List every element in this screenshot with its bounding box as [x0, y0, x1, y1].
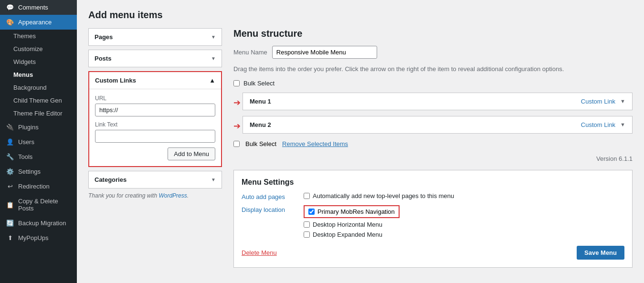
right-panel: Menu structure Menu Name Drag the items …: [233, 28, 633, 268]
menu-item-2-chevron-icon[interactable]: ▼: [620, 122, 625, 127]
categories-label: Categories: [95, 176, 127, 183]
sidebar-item-plugins[interactable]: 🔌 Plugins: [0, 120, 77, 135]
menu-item-2-arrow: ➔: [233, 121, 241, 131]
menu-item-1[interactable]: Menu 1 Custom Link ▼: [243, 93, 633, 110]
menu-item-2[interactable]: Menu 2 Custom Link ▼: [243, 116, 633, 134]
plugins-icon: 🔌: [6, 124, 14, 131]
sidebar-item-backup-migration[interactable]: 🔄 Backup Migration: [0, 216, 77, 231]
display-location-options: Primary MobRes Navigation Desktop Horizo…: [304, 205, 400, 238]
primary-nav-label: Primary MobRes Navigation: [317, 208, 395, 215]
categories-chevron-icon: ▼: [211, 177, 216, 182]
sidebar-item-redirection[interactable]: ↩ Redirection: [0, 179, 77, 194]
menu-name-label: Menu Name: [233, 49, 267, 56]
redirection-icon: ↩: [6, 183, 14, 190]
version-text: Version 6.1.1: [233, 155, 633, 162]
content-wrapper: Pages ▼ Posts ▼ Custom Links ▲: [88, 28, 633, 268]
menu-settings-title: Menu Settings: [242, 178, 624, 187]
link-text-label: Link Text: [95, 121, 215, 128]
categories-accordion-header[interactable]: Categories ▼: [89, 171, 222, 188]
appearance-submenu: Themes Customize Widgets Menus Backgroun…: [0, 30, 77, 120]
desktop-expanded-label: Desktop Expanded Menu: [313, 231, 382, 238]
auto-add-pages-row: Auto add pages Automatically add new top…: [242, 192, 624, 200]
bulk-actions-bottom: Bulk Select Remove Selected Items: [233, 140, 633, 147]
menu-item-1-arrow: ➔: [233, 97, 241, 108]
pages-chevron-icon: ▼: [211, 34, 216, 40]
auto-add-pages-options: Automatically add new top-level pages to…: [304, 192, 454, 199]
sidebar-item-mypopups[interactable]: ⬆ MyPopUps: [0, 231, 77, 245]
thank-you-text: Thank you for creating with WordPress.: [88, 192, 222, 199]
sidebar-item-copy-delete-posts[interactable]: 📋 Copy & Delete Posts: [0, 194, 77, 216]
desktop-horizontal-row: Desktop Horizontal Menu: [304, 221, 400, 228]
menu-item-2-wrapper: ➔ Menu 2 Custom Link ▼: [233, 116, 633, 136]
sidebar-item-appearance[interactable]: 🎨 Appearance: [0, 15, 77, 30]
menu-item-1-wrapper: ➔ Menu 1 Custom Link ▼: [233, 93, 633, 113]
main-content: Add menu items Pages ▼ Posts ▼ C: [77, 0, 644, 283]
settings-icon: ⚙️: [6, 168, 14, 175]
sidebar-item-users[interactable]: 👤 Users: [0, 135, 77, 149]
bulk-select-top-row: Bulk Select: [233, 80, 633, 87]
pages-accordion: Pages ▼: [88, 28, 222, 46]
sidebar-item-settings[interactable]: ⚙️ Settings: [0, 164, 77, 179]
menu-item-1-chevron-icon[interactable]: ▼: [620, 98, 625, 104]
remove-selected-button[interactable]: Remove Selected Items: [282, 140, 348, 147]
url-input[interactable]: [95, 104, 215, 116]
popups-icon: ⬆: [6, 234, 14, 241]
menu-item-1-right: Custom Link ▼: [581, 98, 625, 105]
delete-menu-button[interactable]: Delete Menu: [242, 249, 277, 256]
add-to-menu-button[interactable]: Add to Menu: [168, 147, 215, 160]
posts-accordion-header[interactable]: Posts ▼: [89, 50, 222, 67]
appearance-icon: 🎨: [6, 19, 14, 26]
desktop-horizontal-checkbox[interactable]: [304, 221, 310, 228]
bulk-select-bottom-checkbox[interactable]: [233, 141, 240, 147]
menu-settings-panel: Menu Settings Auto add pages Automatical…: [233, 170, 633, 268]
auto-add-pages-checkbox[interactable]: [304, 193, 310, 199]
custom-links-body: URL Link Text Add to Menu: [89, 89, 221, 166]
sidebar: 💬 Comments 🎨 Appearance Themes Customize…: [0, 0, 77, 283]
display-location-row: Display location Primary MobRes Navigati…: [242, 205, 624, 238]
bulk-select-top-checkbox[interactable]: [233, 80, 240, 86]
menu-item-1-type: Custom Link: [581, 98, 615, 105]
url-label: URL: [95, 95, 215, 102]
categories-accordion: Categories ▼: [88, 171, 222, 189]
bulk-select-top-label: Bulk Select: [243, 80, 274, 87]
desktop-expanded-checkbox[interactable]: [304, 231, 310, 238]
tools-icon: 🔧: [6, 153, 14, 160]
posts-label: Posts: [95, 55, 111, 62]
menu-item-2-type: Custom Link: [581, 121, 615, 128]
display-location-label: Display location: [242, 205, 294, 213]
custom-links-label: Custom Links: [95, 77, 136, 84]
sidebar-item-background[interactable]: Background: [0, 81, 77, 94]
primary-nav-checkbox[interactable]: [308, 209, 315, 215]
sidebar-item-widgets[interactable]: Widgets: [0, 55, 77, 68]
wordpress-link[interactable]: WordPress: [158, 192, 187, 199]
posts-accordion: Posts ▼: [88, 50, 222, 67]
auto-add-pages-label: Auto add pages: [242, 192, 294, 200]
link-text-input[interactable]: [95, 130, 215, 143]
pages-accordion-header[interactable]: Pages ▼: [89, 29, 222, 45]
save-menu-button[interactable]: Save Menu: [577, 246, 624, 260]
auto-add-pages-option-label: Automatically add new top-level pages to…: [313, 192, 454, 199]
menu-item-2-right: Custom Link ▼: [581, 121, 625, 128]
menu-name-input[interactable]: [272, 46, 377, 59]
custom-links-header[interactable]: Custom Links ▲: [89, 72, 221, 89]
desktop-horizontal-label: Desktop Horizontal Menu: [313, 221, 382, 228]
sidebar-item-child-theme-gen[interactable]: Child Theme Gen: [0, 94, 77, 107]
menu-name-row: Menu Name: [233, 46, 633, 59]
add-to-menu-row: Add to Menu: [95, 147, 215, 160]
sidebar-item-tools[interactable]: 🔧 Tools: [0, 149, 77, 164]
link-text-field-row: Link Text: [95, 121, 215, 143]
page-title: Add menu items: [88, 10, 633, 21]
sidebar-item-theme-file-editor[interactable]: Theme File Editor: [0, 107, 77, 120]
sidebar-item-comments[interactable]: 💬 Comments: [0, 0, 77, 15]
sidebar-item-menus[interactable]: Menus: [0, 68, 77, 81]
desktop-expanded-row: Desktop Expanded Menu: [304, 231, 400, 238]
url-field-row: URL: [95, 95, 215, 116]
sidebar-item-themes[interactable]: Themes: [0, 30, 77, 42]
custom-links-accordion: Custom Links ▲ URL Link Text Add to Menu: [88, 71, 222, 167]
custom-links-chevron-icon: ▲: [209, 77, 215, 84]
users-icon: 👤: [6, 138, 14, 146]
bulk-select-bottom-label: Bulk Select: [245, 140, 276, 147]
posts-chevron-icon: ▼: [211, 56, 216, 61]
copy-icon: 📋: [6, 201, 14, 209]
sidebar-item-customize[interactable]: Customize: [0, 42, 77, 55]
